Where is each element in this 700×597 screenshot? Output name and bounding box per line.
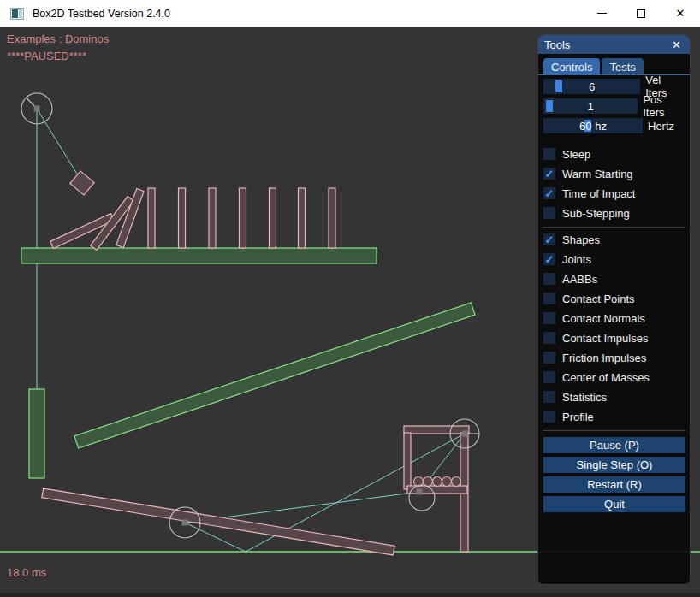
joints-checkbox[interactable]: ✓ [543,253,555,265]
restart-r-button[interactable]: Restart (R) [543,476,685,493]
window-titlebar[interactable]: Box2D Testbed Version 2.4.0 ✕ [0,0,700,27]
app-icon [10,8,24,20]
pos-iters-slider-row: 1Pos Iters [543,98,685,114]
aabbs-checkbox[interactable] [543,273,555,285]
warm-starting-label: Warm Starting [562,168,633,180]
checkbox-row-contact-normals: Contact Normals [543,312,685,324]
vel-iters-value: 6 [543,79,640,94]
standing-domino [240,188,246,248]
standing-domino [270,188,276,248]
checkbox-row-warm-starting: ✓Warm Starting [543,168,685,180]
minimize-icon [597,13,607,14]
checkbox-row-statistics: Statistics [543,391,685,403]
frame-time-label: 18.0 ms [7,566,46,579]
ball [442,477,452,487]
checkbox-row-shapes: ✓Shapes [543,233,685,245]
separator [543,227,685,228]
standing-domino [209,188,216,248]
contact-points-label: Contact Points [562,293,635,305]
statistics-checkbox[interactable] [543,391,555,403]
tabbar: ControlsTests [543,58,685,74]
close-icon: ✕ [676,8,685,19]
hertz-slider-row: 60 hzHertz [543,118,685,133]
dynamic-shapes [42,171,469,555]
warm-starting-checkbox[interactable]: ✓ [543,168,555,180]
maximize-icon [637,9,645,18]
paused-label: ****PAUSED**** [7,50,86,62]
standing-domino [299,188,306,248]
vel-iters-slider-row: 6Vel Iters [543,79,685,94]
checkbox-row-contact-points: Contact Points [543,293,685,304]
pos-iters-value: 1 [543,98,638,114]
contact-points-checkbox[interactable] [543,293,555,304]
standing-domino [148,188,155,248]
checkbox-section: Sleep✓Warm Starting✓Time of ImpactSub-St… [543,148,685,431]
friction-impulses-label: Friction Impulses [562,352,646,364]
minimize-button[interactable] [582,0,621,27]
contact-normals-checkbox[interactable] [543,312,555,324]
hertz-label: Hertz [648,120,674,133]
tab-controls[interactable]: Controls [543,58,600,74]
hertz-slider[interactable]: 60 hz [543,118,643,133]
checkbox-row-joints: ✓Joints [543,253,685,265]
domino-platform [21,248,377,263]
profile-checkbox[interactable] [543,411,555,423]
box2d-testbed-window: { "window": { "title": "Box2D Testbed Ve… [0,0,700,597]
friction-impulses-checkbox[interactable] [543,352,555,364]
single-step-o-button[interactable]: Single Step (O) [543,457,685,473]
window-controls: ✕ [582,0,700,27]
ball [433,477,442,487]
tools-panel-titlebar[interactable]: Tools ✕ [538,35,690,54]
tools-panel-close-button[interactable]: ✕ [669,38,684,52]
frame-left-column [404,433,411,489]
pendulum-box [70,171,94,195]
pos-iters-slider[interactable]: 1 [543,98,638,114]
shapes-checkbox[interactable]: ✓ [543,233,555,245]
pause-p-button[interactable]: Pause (P) [543,437,685,453]
joint-anchors [34,106,468,526]
contact-impulses-checkbox[interactable] [543,332,555,344]
close-button[interactable]: ✕ [661,0,700,27]
sleep-checkbox[interactable] [543,148,555,160]
tools-panel-title: Tools [544,38,570,51]
checkbox-row-profile: Profile [543,411,685,423]
checkbox-row-contact-impulses: Contact Impulses [543,332,685,344]
statistics-label: Statistics [562,391,607,404]
joints-label: Joints [562,253,591,266]
time-of-impact-checkbox[interactable]: ✓ [543,187,555,199]
window-bottom-edge [0,593,700,597]
sliders-section: 6Vel Iters1Pos Iters60 hzHertz [543,79,685,133]
hertz-value: 60 hz [543,118,643,133]
separator [543,430,685,431]
aabbs-label: AABBs [562,273,597,286]
center-of-masses-checkbox[interactable] [543,371,555,383]
tab-tests[interactable]: Tests [602,58,643,74]
example-label: Examples : Dominos [7,33,109,45]
quit-button[interactable]: Quit [543,496,685,512]
contact-impulses-label: Contact Impulses [562,332,648,345]
sub-stepping-checkbox[interactable] [543,207,555,219]
checkmark-icon: ✓ [545,233,555,245]
ball [452,477,461,487]
sub-stepping-label: Sub-Stepping [562,207,630,220]
sleep-label: Sleep [562,148,590,161]
vel-iters-slider[interactable]: 6 [543,79,640,94]
profile-label: Profile [562,411,594,423]
checkbox-row-sleep: Sleep [543,148,685,160]
standing-domino [329,188,335,248]
maximize-button[interactable] [621,0,661,27]
seesaw-plank [42,488,394,555]
checkmark-icon: ✓ [545,168,555,179]
checkbox-row-center-of-masses: Center of Masses [543,371,685,383]
contact-normals-label: Contact Normals [562,312,645,325]
window-title: Box2D Testbed Version 2.4.0 [33,8,170,20]
standing-domino [179,188,186,248]
checkbox-row-aabbs: AABBs [543,273,685,285]
tools-panel-body: ControlsTests 6Vel Iters1Pos Iters60 hzH… [538,54,690,512]
checkmark-icon: ✓ [545,187,555,198]
checkbox-row-time-of-impact: ✓Time of Impact [543,187,685,199]
vertical-block [29,389,44,478]
pos-iters-label: Pos Iters [643,93,685,119]
checkbox-row-friction-impulses: Friction Impulses [543,352,685,364]
tools-panel: Tools ✕ ControlsTests 6Vel Iters1Pos Ite… [537,34,691,585]
